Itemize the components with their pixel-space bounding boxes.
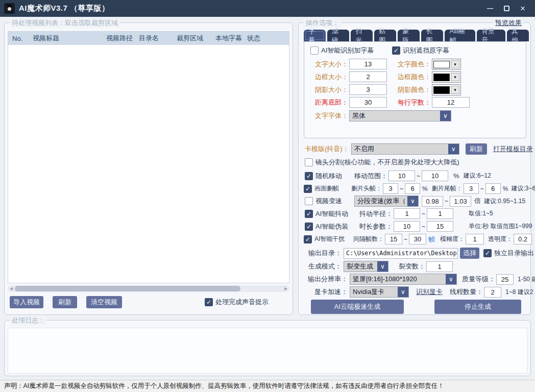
- tab-sticker[interactable]: 贴图: [374, 30, 396, 41]
- maximize-button[interactable]: [498, 2, 515, 15]
- tab-sweep[interactable]: 扫光: [351, 30, 373, 41]
- open-template-dir-link[interactable]: 打开模板目录: [493, 144, 533, 154]
- blur-input[interactable]: 1: [466, 234, 484, 244]
- tab-abframe[interactable]: AB融帧: [445, 30, 475, 41]
- font-label: 文字字体：: [308, 111, 348, 120]
- scrollbar-thumb[interactable]: [15, 286, 240, 291]
- speed-min-input[interactable]: 0.98: [422, 196, 443, 207]
- log-panel-label: 处理日志：: [10, 316, 47, 325]
- quality-input[interactable]: 25: [496, 274, 514, 285]
- text-color-swatch: [433, 61, 450, 68]
- close-button[interactable]: ×: [515, 2, 531, 15]
- tab-longimage[interactable]: 长图: [421, 30, 443, 41]
- options-panel: 操作选项： 预览效果 字幕 滤镜 扫光 贴图 蒙版 长图 AB融帧 背景音 其他…: [298, 22, 531, 315]
- jitter-min-input[interactable]: 1: [394, 208, 420, 219]
- video-table-header: No. 视频标题 视频路径 目录名 裁剪区域 本地字幕 状态: [8, 32, 289, 45]
- log-output-area[interactable]: [8, 328, 527, 374]
- choose-dir-button[interactable]: 选择: [460, 248, 479, 259]
- thread-count-input[interactable]: 2: [484, 287, 501, 298]
- border-color-dropdown-icon[interactable]: ▼: [451, 73, 459, 81]
- opacity-label: 透明度：: [488, 235, 513, 243]
- text-color-label: 文字颜色：: [391, 60, 431, 69]
- border-size-input[interactable]: 2: [349, 71, 387, 82]
- tail-frame-max-input[interactable]: 6: [485, 183, 501, 194]
- scroll-left-icon[interactable]: ◀: [8, 286, 15, 291]
- mask-original-subtitle-checkbox[interactable]: [392, 46, 400, 55]
- resolution-select[interactable]: 竖屏[9:16]-1080*1920 ∨: [350, 274, 457, 285]
- gpu-label: 显卡加速：: [305, 287, 348, 297]
- random-move-checkbox[interactable]: [305, 172, 313, 180]
- clear-video-button[interactable]: 清空视频: [86, 296, 122, 308]
- interval-max-input[interactable]: 30: [409, 234, 426, 244]
- speed-checkbox[interactable]: [305, 197, 313, 205]
- lens-split-checkbox[interactable]: [305, 158, 313, 166]
- sound-tip-label: 处理完成声音提示: [215, 298, 269, 307]
- move-range-min-input[interactable]: 10: [388, 170, 415, 181]
- split-count-input[interactable]: 1: [426, 261, 453, 272]
- tab-maskplate[interactable]: 蒙版: [398, 30, 420, 41]
- generate-mode-chevron-icon: ∨: [377, 261, 388, 272]
- shadow-color-picker[interactable]: ▼: [432, 84, 461, 95]
- output-dir-input[interactable]: C:\Users\Administrator\Desktop: [344, 248, 458, 259]
- duration-max-input[interactable]: 15: [427, 221, 453, 232]
- tab-subtitle[interactable]: 字幕: [304, 30, 326, 41]
- tail-frame-min-input[interactable]: 3: [464, 183, 479, 194]
- stop-generate-button[interactable]: 停止生成: [434, 300, 521, 314]
- border-color-picker[interactable]: ▼: [432, 71, 461, 83]
- template-select-chevron-icon: ∨: [448, 144, 459, 154]
- template-select[interactable]: 不启用 ∨: [351, 143, 459, 155]
- title-bar: AI魔术师V3.7 （尊享版） ─ ×: [0, 0, 535, 17]
- speed-mode-select[interactable]: 分段变速(效率（ ∨: [354, 195, 419, 207]
- interval-min-input[interactable]: 15: [385, 234, 402, 244]
- tab-filter[interactable]: 滤镜: [327, 30, 349, 41]
- cloud-generate-button[interactable]: AI云端极速生成: [311, 300, 404, 314]
- text-color-dropdown-icon[interactable]: ▼: [451, 60, 459, 68]
- move-range-max-input[interactable]: 10: [422, 170, 448, 181]
- text-size-input[interactable]: 13: [349, 59, 387, 69]
- head-frame-max-input[interactable]: 6: [405, 183, 420, 194]
- text-size-label: 文字大小：: [308, 60, 348, 69]
- font-select[interactable]: 黑体 ∨: [349, 110, 451, 121]
- tab-other[interactable]: 其他: [507, 30, 529, 41]
- video-list-panel: 待处理视频列表：双击选取裁剪区域 No. 视频标题 视频路径 目录名 裁剪区域 …: [4, 22, 293, 315]
- ai-add-subtitle-checkbox[interactable]: [310, 46, 319, 55]
- generate-mode-label: 生成模式：: [305, 262, 342, 271]
- head-frame-min-input[interactable]: 3: [383, 183, 398, 194]
- frame-delete-checkbox[interactable]: [304, 185, 312, 193]
- gpu-row: 显卡加速： Nvidia显卡 ∨ 识别显卡 线程数量： 2 1~8 建议2: [305, 286, 533, 298]
- minimize-button[interactable]: ─: [482, 2, 498, 15]
- ai-add-subtitle-label: AI智能识别加字幕: [321, 46, 374, 55]
- resolution-row: 输出分辨率： 竖屏[9:16]-1080*1920 ∨ 质量等级： 25 1-5…: [305, 274, 535, 285]
- detect-gpu-link[interactable]: 识别显卡: [416, 287, 443, 297]
- speed-max-input[interactable]: 1.03: [450, 196, 471, 207]
- chars-per-line-input[interactable]: 12: [432, 97, 470, 108]
- bottom-distance-input[interactable]: 30: [349, 97, 387, 108]
- independent-dir-checkbox[interactable]: [483, 249, 492, 257]
- duration-min-input[interactable]: 10: [394, 221, 420, 232]
- template-row: 卡模版(抖音)： 不启用 ∨ 刷新 打开模板目录: [305, 143, 533, 155]
- log-panel: 处理日志：: [4, 320, 531, 376]
- import-video-button[interactable]: 导入视频: [10, 296, 43, 308]
- ai-disguise-checkbox[interactable]: [305, 223, 313, 231]
- text-color-picker[interactable]: ▼: [432, 59, 461, 70]
- refresh-list-button[interactable]: 刷新: [53, 296, 77, 308]
- shadow-color-dropdown-icon[interactable]: ▼: [451, 86, 459, 94]
- ai-disguise-label: AI智能伪装: [315, 222, 359, 231]
- output-dir-label: 输出目录：: [305, 249, 342, 258]
- shadow-size-input[interactable]: 3: [349, 84, 387, 95]
- template-refresh-button[interactable]: 刷新: [466, 143, 487, 155]
- scroll-right-icon[interactable]: ▶: [282, 286, 289, 291]
- ai-jitter-checkbox[interactable]: [305, 210, 313, 218]
- horizontal-scrollbar[interactable]: ◀ ▶: [8, 285, 289, 292]
- jitter-max-input[interactable]: 1: [427, 208, 453, 219]
- border-color-label: 边框颜色：: [391, 72, 431, 82]
- video-table[interactable]: No. 视频标题 视频路径 目录名 裁剪区域 本地字幕 状态: [8, 31, 289, 283]
- ai-interfere-checkbox[interactable]: [304, 235, 312, 243]
- gpu-select[interactable]: Nvidia显卡 ∨: [350, 286, 409, 298]
- generate-mode-select[interactable]: 裂变生成 ∨: [344, 261, 388, 272]
- sound-tip-checkbox[interactable]: [205, 298, 213, 306]
- opacity-input[interactable]: 0.2: [514, 234, 532, 244]
- tab-bgm[interactable]: 背景音: [477, 30, 505, 41]
- shadow-color-label: 阴影颜色：: [391, 85, 431, 94]
- font-select-value: 黑体: [350, 111, 440, 121]
